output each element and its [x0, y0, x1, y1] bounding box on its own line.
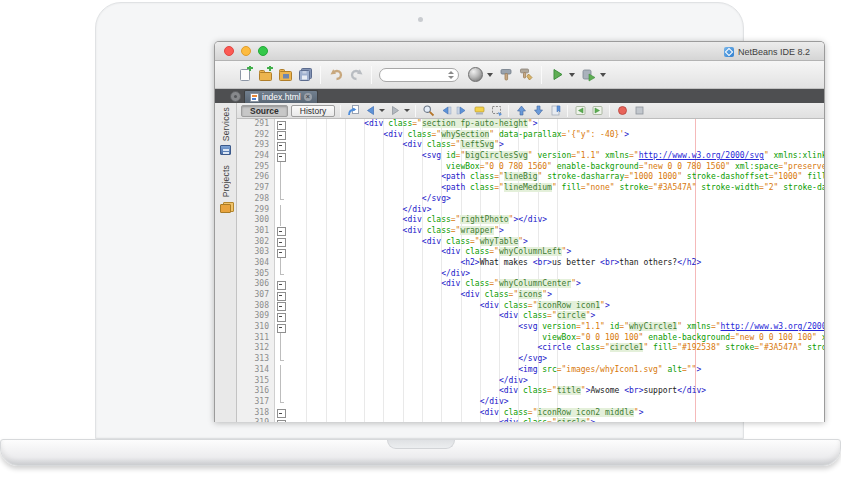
- code-line[interactable]: <path class="lineBig" stroke-dasharray="…: [287, 172, 824, 183]
- source-view-button[interactable]: Source: [241, 105, 288, 117]
- fold-toggle[interactable]: [275, 290, 287, 301]
- html-file-icon: [250, 93, 259, 102]
- line-number: 299: [237, 205, 269, 216]
- fold-guide: [275, 162, 287, 173]
- code-line[interactable]: <div class="circle">: [287, 311, 824, 322]
- code-line[interactable]: <svg id="bigCirclesSvg" version="1.1" xm…: [287, 151, 824, 162]
- code-line[interactable]: </div>: [287, 376, 824, 387]
- code-line[interactable]: viewBox="0 0 780 1560" enable-background…: [287, 162, 824, 173]
- code-line[interactable]: </div>: [287, 397, 824, 408]
- open-project-button[interactable]: [275, 65, 295, 85]
- code-line[interactable]: viewBox="0 0 100 100" enable-background=…: [287, 333, 824, 344]
- forward-dropdown-icon[interactable]: [404, 109, 410, 112]
- start-macro-button[interactable]: [615, 104, 629, 118]
- code-line[interactable]: <svg version="1.1" id="whyCircle1" xmlns…: [287, 322, 824, 333]
- fold-toggle[interactable]: [275, 408, 287, 419]
- code-line[interactable]: <div class="section fp-auto-height">: [287, 119, 824, 130]
- fold-toggle[interactable]: [275, 322, 287, 333]
- code-line[interactable]: <div class="wrapper">: [287, 226, 824, 237]
- forward-button[interactable]: [388, 104, 402, 118]
- code-line[interactable]: <div class="circle">: [287, 418, 824, 422]
- code-line[interactable]: <h2>What makes <br>us better <br>than ot…: [287, 258, 824, 269]
- run-dropdown-icon[interactable]: [569, 73, 575, 77]
- fold-toggle[interactable]: [275, 418, 287, 422]
- last-edit-button[interactable]: [346, 104, 360, 118]
- tab-index-html[interactable]: index.html ×: [244, 90, 318, 103]
- line-number: 298: [237, 194, 269, 205]
- line-number: 315: [237, 376, 269, 387]
- code-editor[interactable]: 2912922932942952962972982993003013023033…: [237, 119, 824, 422]
- tab-list-button[interactable]: [230, 91, 241, 102]
- toggle-highlight-button[interactable]: [472, 104, 486, 118]
- fold-toggle[interactable]: [275, 140, 287, 151]
- fold-toggle[interactable]: [275, 151, 287, 162]
- code-line[interactable]: </svg>: [287, 354, 824, 365]
- new-project-button[interactable]: [255, 65, 275, 85]
- code-line[interactable]: <div class="whyTable">: [287, 237, 824, 248]
- fold-toggle[interactable]: [275, 311, 287, 322]
- code-line[interactable]: <div class="whyColumnCenter">: [287, 279, 824, 290]
- code-line[interactable]: <path class="lineMedium" fill="none" str…: [287, 183, 824, 194]
- code-line[interactable]: <div class="title">Awsome <br>support</d…: [287, 386, 824, 397]
- rectangular-selection-icon: [490, 104, 503, 117]
- code-line[interactable]: <div class="iconRow icon1">: [287, 301, 824, 312]
- code-line[interactable]: </svg>: [287, 194, 824, 205]
- close-tab-icon[interactable]: ×: [304, 93, 312, 101]
- next-occurrence-button[interactable]: [455, 104, 469, 118]
- back-dropdown-icon[interactable]: [379, 109, 385, 112]
- editor-toolbar-separator: [567, 105, 568, 117]
- line-number: 319: [237, 418, 269, 422]
- next-bookmark-button[interactable]: [531, 104, 545, 118]
- save-all-button[interactable]: [295, 65, 315, 85]
- code-line[interactable]: <circle class="circle1" fill="#192538" s…: [287, 343, 824, 354]
- fold-toggle[interactable]: [275, 237, 287, 248]
- sidebar-tab-services[interactable]: Services: [220, 107, 231, 155]
- code-line[interactable]: <div class="iconRow icon2 middle">: [287, 408, 824, 419]
- code-line[interactable]: <div class="whyColumnLeft">: [287, 247, 824, 258]
- undo-button[interactable]: [326, 65, 346, 85]
- clean-build-button[interactable]: [516, 65, 536, 85]
- open-project-icon: [277, 66, 294, 83]
- fold-toggle[interactable]: [275, 301, 287, 312]
- debug-project-button[interactable]: [578, 65, 598, 85]
- zoom-window-button[interactable]: [258, 46, 268, 56]
- find-selection-button[interactable]: [421, 104, 435, 118]
- stop-macro-button[interactable]: [632, 104, 646, 118]
- toolbar-separator: [541, 66, 542, 84]
- run-project-button[interactable]: [547, 65, 567, 85]
- fold-toggle[interactable]: [275, 247, 287, 258]
- previous-occurrence-button[interactable]: [438, 104, 452, 118]
- connect-button[interactable]: [465, 65, 485, 85]
- fold-toggle[interactable]: [275, 119, 287, 130]
- shift-right-button[interactable]: [590, 104, 604, 118]
- code-line[interactable]: <img src="images/whyIcon1.svg" alt="">: [287, 365, 824, 376]
- connect-dropdown-icon[interactable]: [487, 73, 493, 77]
- code-area[interactable]: <div class="section fp-auto-height"> <di…: [287, 119, 824, 422]
- toggle-bookmark-button[interactable]: [548, 104, 562, 118]
- history-view-button[interactable]: History: [291, 105, 335, 117]
- minimize-window-button[interactable]: [241, 46, 251, 56]
- fold-toggle[interactable]: [275, 226, 287, 237]
- build-project-button[interactable]: [496, 65, 516, 85]
- sidebar-tab-projects[interactable]: Projects: [220, 165, 232, 211]
- new-file-button[interactable]: [235, 65, 255, 85]
- close-window-button[interactable]: [224, 46, 234, 56]
- code-line[interactable]: </div>: [287, 205, 824, 216]
- rectangular-selection-button[interactable]: [489, 104, 503, 118]
- code-line[interactable]: </div>: [287, 269, 824, 280]
- back-arrow-icon: [364, 104, 377, 117]
- build-hammer-icon: [498, 66, 515, 83]
- code-line[interactable]: <div class="leftSvg">: [287, 140, 824, 151]
- editor-toolbar-separator: [340, 105, 341, 117]
- fold-toggle[interactable]: [275, 130, 287, 141]
- code-line[interactable]: <div class="icons">: [287, 290, 824, 301]
- debug-dropdown-icon[interactable]: [600, 73, 606, 77]
- fold-toggle[interactable]: [275, 279, 287, 290]
- previous-bookmark-button[interactable]: [514, 104, 528, 118]
- back-button[interactable]: [363, 104, 377, 118]
- code-line[interactable]: <div class="whySection" data-parallax='{…: [287, 130, 824, 141]
- configuration-combobox[interactable]: [379, 68, 459, 82]
- code-line[interactable]: <div class="rightPhoto"></div>: [287, 215, 824, 226]
- shift-left-button[interactable]: [573, 104, 587, 118]
- redo-button[interactable]: [346, 65, 366, 85]
